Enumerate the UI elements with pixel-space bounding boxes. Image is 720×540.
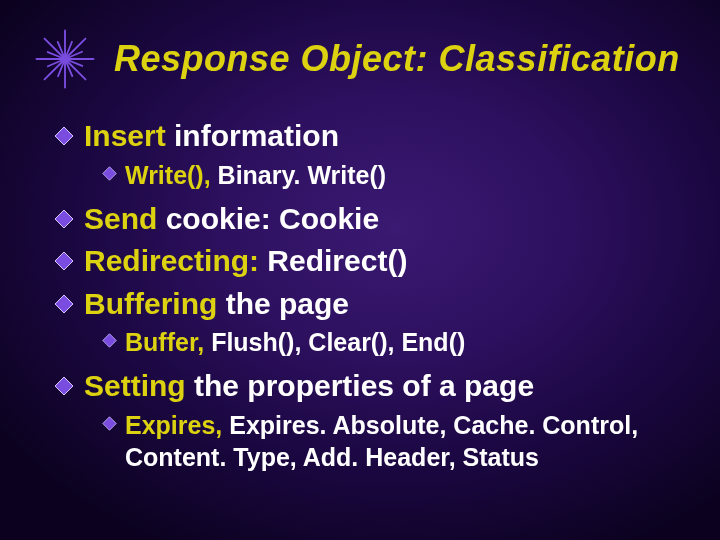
diamond-bullet-icon: [54, 209, 74, 229]
slide-title: Response Object: Classification: [114, 38, 680, 80]
svg-line-7: [65, 59, 85, 79]
svg-marker-19: [55, 252, 73, 270]
bullet-level1: Redirecting: Redirect(): [54, 243, 680, 280]
svg-marker-17: [103, 166, 117, 180]
diamond-bullet-icon: [54, 251, 74, 271]
svg-marker-21: [103, 334, 117, 348]
svg-marker-22: [55, 377, 73, 395]
bullet-level2: Buffer, Flush(), Clear(), End(): [102, 326, 680, 358]
bullet-level1: Setting the properties of a page: [54, 368, 680, 405]
svg-line-5: [65, 39, 85, 59]
starburst-icon: [34, 28, 96, 90]
diamond-bullet-icon: [54, 126, 74, 146]
svg-marker-16: [55, 127, 73, 145]
diamond-bullet-icon: [102, 166, 117, 181]
bullet-text: Setting the properties of a page: [84, 368, 534, 405]
content-area: Insert informationWrite(), Binary. Write…: [40, 118, 680, 473]
bullet-text: Send cookie: Cookie: [84, 201, 379, 238]
diamond-bullet-icon: [54, 294, 74, 314]
bullet-text: Buffering the page: [84, 286, 349, 323]
svg-marker-20: [55, 295, 73, 313]
bullet-level1: Insert information: [54, 118, 680, 155]
title-row: Response Object: Classification: [40, 28, 680, 90]
bullet-level1: Send cookie: Cookie: [54, 201, 680, 238]
bullet-text: Insert information: [84, 118, 339, 155]
bullet-level2: Expires, Expires. Absolute, Cache. Contr…: [102, 409, 680, 473]
svg-line-6: [45, 59, 65, 79]
svg-line-4: [45, 39, 65, 59]
diamond-bullet-icon: [102, 333, 117, 348]
diamond-bullet-icon: [102, 416, 117, 431]
bullet-text: Buffer, Flush(), Clear(), End(): [125, 326, 465, 358]
bullet-level1: Buffering the page: [54, 286, 680, 323]
slide: Response Object: Classification Insert i…: [0, 0, 720, 540]
bullet-level2: Write(), Binary. Write(): [102, 159, 680, 191]
svg-marker-23: [103, 417, 117, 431]
bullet-text: Redirecting: Redirect(): [84, 243, 407, 280]
diamond-bullet-icon: [54, 376, 74, 396]
bullet-text: Expires, Expires. Absolute, Cache. Contr…: [125, 409, 665, 473]
svg-marker-18: [55, 210, 73, 228]
bullet-text: Write(), Binary. Write(): [125, 159, 386, 191]
